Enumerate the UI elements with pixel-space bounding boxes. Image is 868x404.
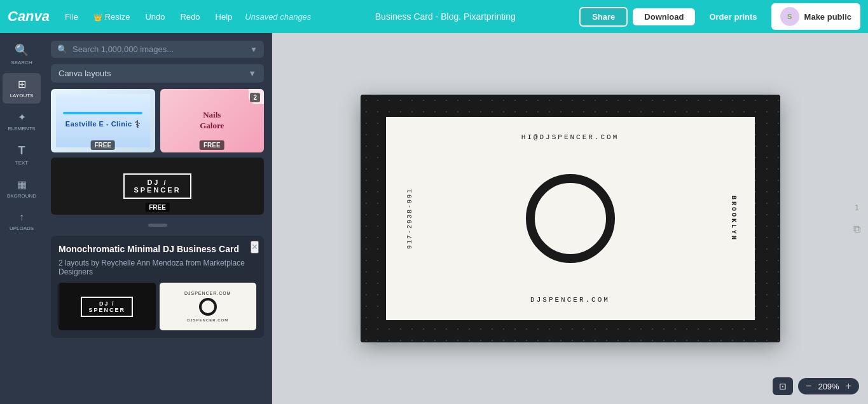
sidebar-item-uploads[interactable]: ↑ UPLOADS bbox=[3, 206, 41, 236]
zoom-value: 209% bbox=[818, 382, 839, 391]
download-button[interactable]: Download bbox=[633, 8, 695, 25]
sidebar-item-text[interactable]: T TEXT bbox=[3, 139, 41, 171]
unsaved-label: Unsaved changes bbox=[245, 12, 311, 22]
mini-template-light[interactable]: DJSPENCER.COM DJSPENCER.COM bbox=[160, 283, 257, 330]
card-city: BROOKLYN bbox=[730, 196, 737, 241]
card-website: DJSPENCER.COM bbox=[530, 296, 610, 304]
search-icon-panel: 🔍 bbox=[57, 44, 67, 54]
info-card: × Monochromatic Minimal DJ Business Card… bbox=[51, 236, 264, 338]
topbar-actions: Share Download Order prints S Make publi… bbox=[579, 3, 860, 30]
search-bar[interactable]: 🔍 ▼ bbox=[51, 41, 264, 58]
sidebar-item-background[interactable]: ▦ BKGROUND bbox=[3, 173, 41, 204]
info-card-close[interactable]: × bbox=[251, 241, 259, 253]
background-icon: ▦ bbox=[17, 178, 27, 191]
layout-dropdown[interactable]: Canva layouts ▼ bbox=[51, 64, 264, 83]
share-button[interactable]: Share bbox=[579, 7, 628, 27]
sidebar-item-layouts[interactable]: ⊞ LAYOUTS bbox=[3, 73, 41, 104]
main-layout: 🔍 SEARCH ⊞ LAYOUTS ✦ ELEMENTS T TEXT ▦ B… bbox=[0, 33, 868, 404]
mini-template-grid: DJ / SPENCER DJSPENCER.COM DJSPENCER.COM bbox=[59, 283, 256, 330]
badge-num-nails: 2 bbox=[250, 93, 260, 102]
bottom-bar: ⊡ − 209% + bbox=[773, 377, 859, 395]
info-card-subtitle: 2 layouts by Reychelle Ann Mendoza from … bbox=[59, 259, 256, 276]
copy-icon[interactable]: ⧉ bbox=[853, 224, 860, 235]
zoom-in-button[interactable]: + bbox=[846, 381, 851, 391]
scroll-hint bbox=[51, 221, 264, 229]
search-icon: 🔍 bbox=[15, 43, 29, 57]
canva-logo: Canva bbox=[8, 8, 50, 25]
badge-free-clinic: FREE bbox=[90, 140, 115, 150]
card-email: HI@DJSPENCER.COM bbox=[521, 133, 619, 141]
search-input[interactable] bbox=[72, 44, 245, 54]
business-card-outer[interactable]: HI@DJSPENCER.COM 917-2938-991 BROOKLYN D… bbox=[361, 95, 780, 342]
canvas-area: HI@DJSPENCER.COM 917-2938-991 BROOKLYN D… bbox=[272, 33, 868, 404]
avatar: S bbox=[780, 7, 799, 26]
template-card-clinic[interactable]: Eastville E - Clinic ⚕ FREE bbox=[51, 89, 155, 152]
elements-icon: ✦ bbox=[18, 111, 26, 123]
document-title: Business Card - Blog. Pixartprinting bbox=[375, 11, 516, 22]
topbar: Canva File 👑 Resize Undo Redo Help Unsav… bbox=[0, 0, 868, 33]
make-public-button[interactable]: S Make public bbox=[771, 3, 860, 30]
business-card-inner: HI@DJSPENCER.COM 917-2938-991 BROOKLYN D… bbox=[386, 117, 755, 320]
menu-help[interactable]: Help bbox=[210, 10, 238, 24]
zoom-controls: − 209% + bbox=[798, 378, 859, 394]
layouts-icon: ⊞ bbox=[18, 78, 26, 90]
menu-undo[interactable]: Undo bbox=[140, 10, 170, 24]
template-card-nails[interactable]: NailsGalore 2 FREE bbox=[160, 89, 265, 152]
page-number: 1 bbox=[855, 203, 859, 212]
layout-dropdown-label: Canva layouts bbox=[59, 69, 111, 78]
order-prints-button[interactable]: Order prints bbox=[700, 8, 766, 25]
mini-circle bbox=[199, 298, 217, 316]
info-card-title: Monochromatic Minimal DJ Business Card bbox=[59, 243, 256, 255]
layout-dropdown-arrow: ▼ bbox=[248, 69, 256, 78]
card-phone: 917-2938-991 bbox=[406, 188, 413, 249]
sidebar-item-elements[interactable]: ✦ ELEMENTS bbox=[3, 106, 41, 137]
template-grid-top: Eastville E - Clinic ⚕ FREE NailsGalore … bbox=[51, 89, 264, 215]
panel: 🔍 ▼ Canva layouts ▼ Eastville E - Clinic… bbox=[43, 33, 272, 404]
page-number-area: 1 ⧉ bbox=[853, 203, 860, 235]
badge-free-dj: FREE bbox=[145, 203, 170, 212]
menu-redo[interactable]: Redo bbox=[175, 10, 205, 24]
present-button[interactable]: ⊡ bbox=[773, 377, 793, 395]
uploads-icon: ↑ bbox=[19, 212, 24, 223]
sidebar-item-search[interactable]: 🔍 SEARCH bbox=[3, 38, 41, 71]
template-card-dj[interactable]: DJ / SPENCER FREE bbox=[51, 158, 264, 215]
topbar-center: Business Card - Blog. Pixartprinting bbox=[316, 11, 574, 22]
menu-resize[interactable]: 👑 Resize bbox=[88, 10, 135, 24]
text-icon: T bbox=[18, 144, 25, 158]
card-circle bbox=[526, 174, 615, 263]
search-dropdown-arrow: ▼ bbox=[250, 45, 258, 54]
icon-sidebar: 🔍 SEARCH ⊞ LAYOUTS ✦ ELEMENTS T TEXT ▦ B… bbox=[0, 33, 43, 404]
mini-template-dark[interactable]: DJ / SPENCER bbox=[59, 283, 156, 330]
menu-file[interactable]: File bbox=[60, 10, 83, 24]
zoom-out-button[interactable]: − bbox=[806, 381, 811, 391]
badge-free-nails: FREE bbox=[200, 140, 224, 150]
